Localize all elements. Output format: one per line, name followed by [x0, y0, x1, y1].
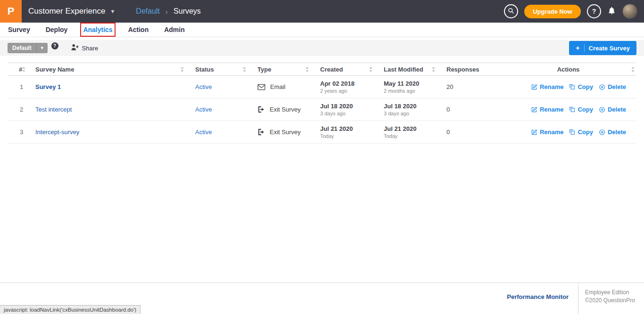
created-relative: 3 days ago — [320, 111, 346, 116]
created-date: Apr 02 2018 — [320, 80, 355, 87]
product-switcher[interactable]: Customer Experience ▼ — [28, 7, 115, 16]
question-mark-icon: ? — [592, 8, 596, 15]
edition-info: Employee Edition ©2020 QuestionPro — [578, 283, 644, 314]
responses-count: 0 — [438, 98, 495, 121]
copy-button[interactable]: Copy — [569, 106, 593, 113]
sort-icon[interactable] — [243, 67, 246, 72]
chevron-down-icon[interactable]: ▼ — [36, 43, 48, 53]
survey-name-link[interactable]: Survey 1 — [35, 83, 61, 90]
table-row: 2 Test intercept Active Exit Survey Jul … — [8, 98, 636, 121]
rename-icon — [531, 129, 537, 136]
responses-count: 0 — [438, 121, 495, 143]
help-button[interactable]: ? — [587, 4, 601, 18]
sort-icon[interactable] — [432, 67, 435, 72]
copy-icon — [569, 106, 575, 113]
upgrade-now-button[interactable]: Upgrade Now — [524, 5, 581, 18]
survey-name-link[interactable]: Intercept-survey — [35, 129, 79, 136]
toolbar: Default ▼ ? Share + Create Survey — [0, 40, 644, 56]
tab-analytics[interactable]: Analytics — [83, 25, 113, 34]
status-text: Active — [195, 83, 212, 90]
search-button[interactable] — [504, 4, 518, 18]
edition-label: Employee Edition — [585, 289, 640, 297]
sort-icon[interactable] — [369, 67, 372, 72]
created-relative: Today — [320, 133, 334, 139]
breadcrumb: Default › Surveys — [136, 7, 201, 16]
breadcrumb-separator-icon: › — [165, 8, 168, 16]
created-date: Jul 21 2020 — [320, 125, 353, 132]
rename-button[interactable]: Rename — [531, 106, 564, 113]
responses-count: 20 — [438, 76, 495, 98]
tab-deploy[interactable]: Deploy — [45, 25, 68, 34]
share-button[interactable]: Share — [71, 44, 99, 52]
table-row: 3 Intercept-survey Active Exit Survey Ju… — [8, 121, 636, 144]
folder-info-icon[interactable]: ? — [51, 42, 58, 49]
copy-button[interactable]: Copy — [569, 83, 593, 90]
create-survey-button[interactable]: + Create Survey — [569, 41, 636, 55]
tab-survey[interactable]: Survey — [8, 25, 31, 34]
survey-name-link[interactable]: Test intercept — [35, 106, 72, 113]
rename-button[interactable]: Rename — [531, 83, 564, 90]
tab-admin[interactable]: Admin — [164, 25, 185, 34]
rename-label: Rename — [540, 106, 564, 113]
notifications-button[interactable] — [607, 6, 616, 16]
share-person-plus-icon — [71, 44, 79, 52]
delete-icon — [599, 84, 605, 90]
chevron-down-icon: ▼ — [110, 8, 115, 14]
copy-button[interactable]: Copy — [569, 129, 593, 136]
header-number: # — [19, 66, 22, 73]
questionpro-logo[interactable]: P — [0, 0, 22, 23]
user-avatar[interactable] — [622, 4, 637, 19]
performance-monitor-link[interactable]: Performance Monitor — [507, 293, 569, 314]
sort-icon[interactable] — [631, 67, 635, 72]
delete-label: Delete — [608, 129, 626, 136]
breadcrumb-parent[interactable]: Default — [136, 7, 160, 16]
copy-icon — [569, 129, 575, 135]
delete-button[interactable]: Delete — [599, 129, 626, 136]
email-icon — [257, 84, 265, 90]
modified-relative: 2 months ago — [384, 88, 415, 94]
delete-button[interactable]: Delete — [599, 83, 626, 90]
copy-icon — [569, 84, 575, 90]
rename-label: Rename — [540, 129, 564, 136]
sort-icon[interactable] — [181, 67, 184, 72]
topbar-actions: Upgrade Now ? — [504, 4, 644, 19]
row-number: 2 — [8, 98, 28, 121]
product-name: Customer Experience — [28, 7, 105, 16]
surveys-table: # Survey Name Status Type Created Last M… — [8, 63, 636, 144]
table-row: 1 Survey 1 Active Email Apr 02 2018 2 ye… — [8, 76, 636, 98]
link-status-tooltip: javascript: loadNavLink('cxBusinessUnitD… — [0, 305, 140, 314]
header-survey-name: Survey Name — [35, 66, 74, 73]
created-relative: 2 years ago — [320, 88, 347, 94]
header-actions: Actions — [557, 66, 580, 73]
modified-relative: Today — [384, 133, 397, 139]
tab-action[interactable]: Action — [128, 25, 149, 34]
table-header-row: # Survey Name Status Type Created Last M… — [8, 63, 636, 76]
folder-select-label: Default — [8, 43, 36, 53]
modified-date: Jul 21 2020 — [384, 125, 416, 132]
survey-type-label: Email — [270, 83, 286, 90]
header-responses: Responses — [446, 66, 479, 73]
folder-select-button[interactable]: Default ▼ — [8, 43, 48, 53]
header-status: Status — [195, 66, 214, 73]
breadcrumb-current: Surveys — [173, 7, 201, 16]
delete-icon — [599, 106, 605, 113]
sort-icon[interactable] — [305, 67, 309, 72]
sort-icon[interactable] — [22, 67, 25, 72]
share-label: Share — [82, 45, 99, 52]
rename-button[interactable]: Rename — [531, 129, 564, 136]
delete-button[interactable]: Delete — [599, 106, 626, 113]
bell-icon — [607, 6, 616, 16]
row-number: 3 — [8, 121, 28, 143]
main-nav: Survey Deploy Analytics Action Admin — [0, 23, 644, 37]
rename-icon — [531, 106, 537, 113]
copy-label: Copy — [578, 83, 593, 90]
exit-survey-icon — [257, 129, 265, 136]
rename-icon — [531, 84, 537, 90]
delete-label: Delete — [608, 83, 626, 90]
row-number: 1 — [8, 76, 28, 98]
created-date: Jul 18 2020 — [320, 103, 353, 110]
status-text: Active — [195, 106, 212, 113]
delete-icon — [599, 129, 605, 136]
create-survey-label: Create Survey — [589, 45, 630, 52]
copy-label: Copy — [578, 106, 593, 113]
